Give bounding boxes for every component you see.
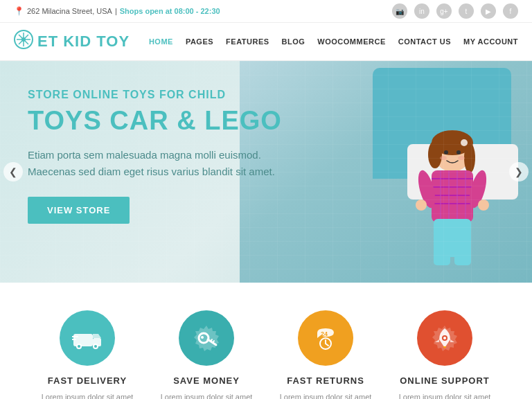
twitter-icon[interactable]: t	[459, 3, 474, 19]
feature-money: SAVE MONEY Lorem ipsum dolor sit amet ti…	[151, 310, 262, 399]
hero-next-arrow[interactable]: ❯	[509, 162, 529, 181]
nav-features[interactable]: FEATURES	[226, 37, 269, 46]
svg-rect-28	[73, 334, 93, 346]
instagram-icon[interactable]: 📷	[392, 3, 407, 19]
nav-home[interactable]: HOME	[149, 37, 173, 46]
money-desc: Lorem ipsum dolor sit amet tineam deleni…	[151, 391, 262, 399]
feature-returns: 24 FAST RETURNS Lorem ipsum dolor sit am…	[270, 310, 381, 399]
address-text: 262 Milacina Street, USA	[27, 7, 112, 15]
google-icon[interactable]: g+	[436, 3, 452, 19]
logo[interactable]: ET KID TOY	[14, 30, 130, 53]
shop-hours: Shops open at 08:00 - 22:30	[120, 7, 220, 15]
feature-delivery: FAST DELIVERY Lorem ipsum dolor sit amet…	[32, 310, 143, 399]
nav-contact[interactable]: CONTACT US	[398, 37, 451, 46]
nav-woocommerce[interactable]: WOOCOMMERCE	[317, 37, 385, 46]
feature-support: ONLINE SUPPORT Lorem ipsum dolor sit ame…	[389, 310, 500, 399]
money-icon	[179, 310, 234, 366]
returns-title: FAST RETURNS	[287, 375, 364, 386]
hero-content: STORE ONLINE TOYS FOR CHILD TOYS CAR & L…	[28, 89, 304, 224]
logo-icon	[14, 30, 33, 53]
hero-prev-arrow[interactable]: ❮	[3, 162, 23, 181]
top-bar: 📍 262 Milacina Street, USA | Shops open …	[0, 0, 532, 23]
logo-text: ET KID TOY	[37, 33, 130, 51]
view-store-button[interactable]: VIEW STORE	[28, 197, 130, 224]
nav-account[interactable]: MY ACCOUNT	[463, 37, 518, 46]
hero-subtitle: STORE ONLINE TOYS FOR CHILD	[28, 89, 304, 101]
linkedin-icon[interactable]: in	[414, 3, 429, 19]
svg-marker-30	[93, 334, 101, 338]
features-section: FAST DELIVERY Lorem ipsum dolor sit amet…	[0, 283, 532, 399]
money-title: SAVE MONEY	[173, 375, 240, 386]
top-bar-address: 📍 262 Milacina Street, USA | Shops open …	[14, 6, 220, 16]
support-title: ONLINE SUPPORT	[400, 375, 490, 386]
facebook-icon[interactable]: f	[503, 3, 518, 19]
pin-icon: 📍	[14, 6, 24, 16]
youtube-icon[interactable]: ▶	[481, 3, 496, 19]
support-desc: Lorem ipsum dolor sit amet tineam deleni…	[389, 391, 500, 399]
svg-point-1	[21, 37, 26, 42]
svg-line-45	[326, 344, 328, 346]
main-nav: HOME PAGES FEATURES BLOG WOOCOMMERCE CON…	[149, 37, 518, 46]
svg-point-47	[443, 337, 446, 339]
social-icons: 📷 in g+ t ▶ f	[392, 3, 518, 19]
delivery-title: FAST DELIVERY	[48, 375, 127, 386]
returns-icon: 24	[298, 310, 353, 366]
nav-blog[interactable]: BLOG	[282, 37, 305, 46]
separator: |	[115, 7, 117, 15]
hero-title: TOYS CAR & LEGO	[28, 107, 304, 136]
svg-text:24: 24	[321, 330, 328, 337]
nav-pages[interactable]: PAGES	[186, 37, 213, 46]
svg-point-32	[78, 345, 80, 348]
returns-desc: Lorem ipsum dolor sit amet tineam deleni…	[270, 391, 381, 399]
support-icon	[417, 310, 472, 366]
hero-description: Etiam porta sem malesuada magna molli eu…	[28, 147, 304, 180]
delivery-icon	[60, 310, 115, 366]
header: ET KID TOY HOME PAGES FEATURES BLOG WOOC…	[0, 23, 532, 61]
svg-point-34	[94, 345, 97, 348]
delivery-desc: Lorem ipsum dolor sit amet tineam deleni…	[32, 391, 143, 399]
svg-point-41	[201, 336, 204, 339]
hero-section: STORE ONLINE TOYS FOR CHILD TOYS CAR & L…	[0, 61, 532, 283]
